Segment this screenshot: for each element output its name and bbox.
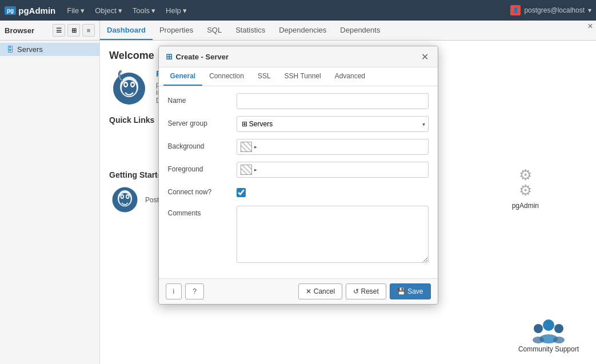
svg-point-15 (534, 324, 543, 333)
svg-point-12 (121, 195, 123, 198)
create-server-dialog: ⊞ Create - Server ✕ General Connection S… (158, 46, 438, 305)
foreground-color-button[interactable]: ▸ (237, 162, 429, 178)
footer-right: ✕ Cancel ↺ Reset 💾 Save (298, 283, 430, 299)
name-control (237, 93, 429, 109)
dialog-header: ⊞ Create - Server ✕ (159, 46, 438, 67)
server-group-control: ⊞ Servers ▾ (237, 116, 429, 132)
menu-file[interactable]: File ▾ (62, 4, 89, 17)
tab-dashboard[interactable]: Dashboard (100, 21, 153, 40)
dialog-close-button[interactable]: ✕ (419, 51, 431, 62)
foreground-control: ▸ (237, 162, 429, 178)
sidebar: 🗄 Servers (0, 41, 100, 364)
comments-label: Comments (168, 206, 237, 217)
dialog-title-icon: ⊞ (166, 52, 173, 61)
browser-icon-3[interactable]: ≡ (82, 24, 95, 37)
help-button[interactable]: ? (185, 283, 204, 299)
connect-now-label: Connect now? (168, 185, 237, 196)
svg-point-18 (533, 337, 544, 343)
tab-statistics[interactable]: Statistics (229, 21, 272, 40)
form-row-background: Background ▸ (168, 139, 429, 155)
background-color-button[interactable]: ▸ (237, 139, 429, 155)
tab-dependencies[interactable]: Dependencies (272, 21, 333, 40)
pgadmin-section: ⚙ ⚙ pgAdmin (512, 166, 539, 210)
dialog-body: Name Server group ⊞ Servers ▾ Background (159, 86, 438, 278)
svg-point-14 (543, 319, 554, 331)
form-row-server-group: Server group ⊞ Servers ▾ (168, 116, 429, 132)
svg-point-9 (119, 193, 130, 206)
pgadmin-label: pgAdmin (512, 202, 539, 210)
foreground-label: Foreground (168, 162, 237, 173)
cancel-button[interactable]: ✕ Cancel (298, 283, 342, 299)
sidebar-item-label: Servers (17, 45, 43, 54)
background-swatch (241, 142, 252, 152)
browser-icons: ☰ ⊞ ≡ (53, 24, 95, 37)
svg-point-19 (553, 337, 565, 343)
top-menu: File ▾ Object ▾ Tools ▾ Help ▾ (62, 4, 191, 17)
user-arrow: ▾ (588, 6, 591, 14)
dialog-tab-general[interactable]: General (163, 67, 203, 86)
main-close-button[interactable]: × (585, 21, 596, 32)
svg-point-13 (127, 195, 129, 198)
tab-sql[interactable]: SQL (200, 21, 229, 40)
main-tabs: Dashboard Properties SQL Statistics Depe… (100, 21, 387, 40)
pg-logo-small (109, 184, 141, 215)
background-label: Background (168, 139, 237, 150)
form-row-foreground: Foreground ▸ (168, 162, 429, 178)
browser-icon-1[interactable]: ☰ (53, 24, 65, 37)
dialog-tab-ssh-tunnel[interactable]: SSH Tunnel (278, 67, 328, 86)
tab-properties[interactable]: Properties (153, 21, 200, 40)
dialog-title-text: Create - Server (176, 53, 229, 61)
dialog-tabs: General Connection SSL SSH Tunnel Advanc… (159, 67, 438, 86)
connect-now-checkbox[interactable] (237, 188, 246, 197)
form-row-comments: Comments (168, 206, 429, 265)
name-input[interactable] (237, 93, 429, 109)
info-button[interactable]: i (166, 283, 182, 299)
brand-icon: pg (5, 6, 16, 15)
background-arrow-icon: ▸ (254, 144, 257, 150)
topbar: pg pgAdmin File ▾ Object ▾ Tools ▾ Help … (0, 0, 596, 21)
server-icon: 🗄 (7, 46, 14, 54)
connect-now-control (237, 185, 429, 199)
user-avatar: 👤 (510, 5, 521, 15)
menu-object[interactable]: Object ▾ (90, 4, 127, 17)
name-label: Name (168, 93, 237, 105)
menu-tools[interactable]: Tools ▾ (128, 4, 160, 17)
server-group-select-wrapper: ⊞ Servers ▾ (237, 116, 429, 132)
svg-point-2 (122, 80, 137, 96)
community-label: Community Support (518, 345, 579, 353)
dialog-tab-advanced[interactable]: Advanced (328, 67, 372, 86)
gear-icon-2: ⚙ (512, 182, 539, 199)
brand: pg pgAdmin (5, 6, 55, 15)
foreground-swatch (241, 165, 252, 175)
svg-point-6 (131, 83, 134, 86)
brand-label: pgAdmin (18, 6, 55, 15)
browser-panel: Browser ☰ ⊞ ≡ (0, 21, 100, 40)
browser-label: Browser (5, 26, 34, 35)
dialog-title: ⊞ Create - Server (166, 52, 229, 61)
comments-control (237, 206, 429, 265)
form-row-name: Name (168, 93, 429, 109)
dialog-tab-connection[interactable]: Connection (202, 67, 251, 86)
background-control: ▸ (237, 139, 429, 155)
dialog-footer: i ? ✕ Cancel ↺ Reset 💾 Save (159, 278, 438, 304)
pg-logo (109, 69, 149, 109)
menu-help[interactable]: Help ▾ (161, 4, 191, 17)
svg-point-5 (125, 83, 127, 86)
tab-dependents[interactable]: Dependents (333, 21, 387, 40)
comments-textarea[interactable] (237, 206, 429, 263)
nav-bar: Browser ☰ ⊞ ≡ Dashboard Properties SQL S… (0, 21, 596, 41)
dialog-tab-ssl[interactable]: SSL (251, 67, 278, 86)
footer-left: i ? (166, 283, 204, 299)
reset-button[interactable]: ↺ Reset (346, 283, 386, 299)
form-row-connect-now: Connect now? (168, 185, 429, 199)
user-info: 👤 postgres@localhost ▾ (510, 5, 591, 15)
save-button[interactable]: 💾 Save (390, 283, 431, 299)
user-label: postgres@localhost (524, 6, 585, 14)
foreground-arrow-icon: ▸ (254, 167, 257, 173)
server-group-select[interactable]: ⊞ Servers (237, 116, 429, 132)
browser-icon-2[interactable]: ⊞ (67, 24, 80, 37)
community-icon (531, 315, 566, 343)
sidebar-item-servers[interactable]: 🗄 Servers (0, 43, 99, 56)
server-group-label: Server group (168, 116, 237, 127)
svg-point-16 (554, 324, 563, 333)
